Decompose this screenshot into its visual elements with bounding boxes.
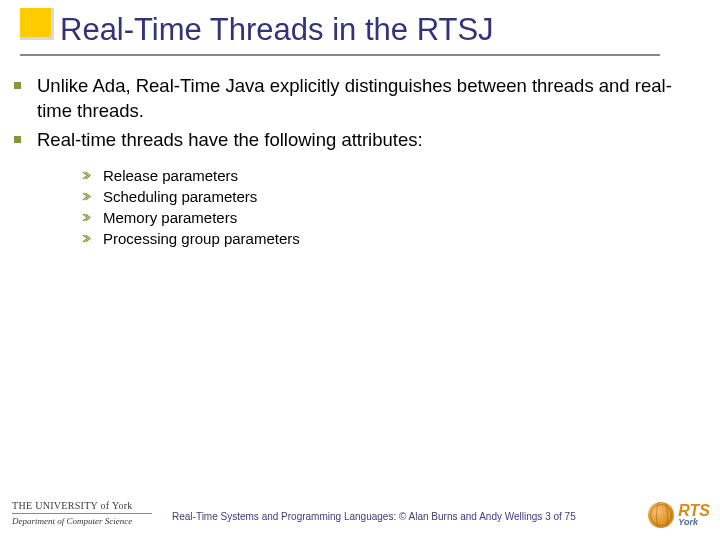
university-logo: THE UNIVERSITY of York Department of Com… bbox=[12, 500, 152, 526]
bullet-text: Real-time threads have the following att… bbox=[37, 128, 423, 153]
chevron-right-icon bbox=[82, 171, 91, 180]
rts-sublabel: York bbox=[678, 518, 710, 527]
sub-bullet-text: Scheduling parameters bbox=[103, 188, 257, 205]
sub-list: Release parameters Scheduling parameters… bbox=[14, 157, 700, 247]
divider bbox=[12, 513, 152, 514]
title-decorative-square bbox=[20, 8, 54, 40]
square-bullet-icon bbox=[14, 136, 21, 143]
square-bullet-icon bbox=[14, 82, 21, 89]
globe-icon bbox=[648, 502, 674, 528]
sub-bullet-text: Release parameters bbox=[103, 167, 238, 184]
footer-credit: Real-Time Systems and Programming Langua… bbox=[172, 511, 576, 522]
slide-title: Real-Time Threads in the RTSJ bbox=[60, 12, 720, 48]
sub-bullet-text: Processing group parameters bbox=[103, 230, 300, 247]
university-name: THE UNIVERSITY of York bbox=[12, 500, 152, 511]
chevron-right-icon bbox=[82, 234, 91, 243]
department-name: Department of Computer Science bbox=[12, 516, 152, 526]
rts-text-block: RTS York bbox=[678, 503, 710, 527]
chevron-right-icon bbox=[82, 213, 91, 222]
list-item: Memory parameters bbox=[82, 209, 700, 226]
list-item: Release parameters bbox=[82, 167, 700, 184]
bullet-text: Unlike Ada, Real-Time Java explicitly di… bbox=[37, 74, 700, 124]
list-item: Real-time threads have the following att… bbox=[14, 128, 700, 153]
sub-bullet-text: Memory parameters bbox=[103, 209, 237, 226]
slide-content: Unlike Ada, Real-Time Java explicitly di… bbox=[0, 56, 720, 247]
page-number: 3 of 75 bbox=[545, 511, 576, 522]
rts-logo: RTS York bbox=[648, 502, 710, 528]
list-item: Scheduling parameters bbox=[82, 188, 700, 205]
footer: THE UNIVERSITY of York Department of Com… bbox=[0, 486, 720, 540]
title-area: Real-Time Threads in the RTSJ bbox=[0, 0, 720, 48]
list-item: Unlike Ada, Real-Time Java explicitly di… bbox=[14, 74, 700, 124]
list-item: Processing group parameters bbox=[82, 230, 700, 247]
credit-text: Real-Time Systems and Programming Langua… bbox=[172, 511, 542, 522]
chevron-right-icon bbox=[82, 192, 91, 201]
